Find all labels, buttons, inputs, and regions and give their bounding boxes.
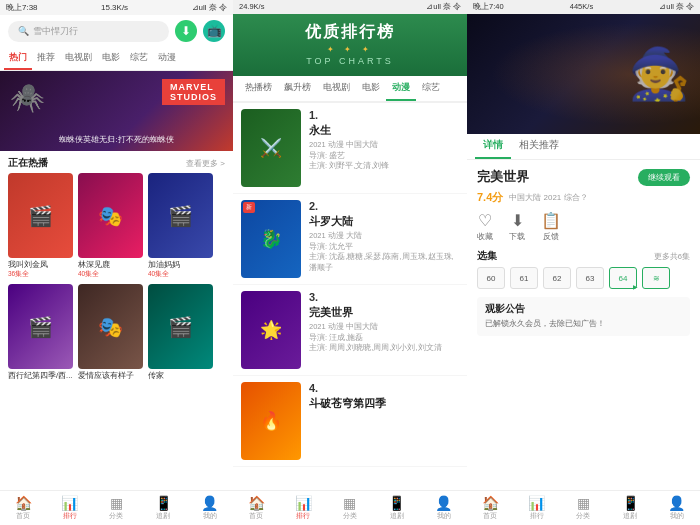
bottom-nav-mid: 🏠 首页 📊 排行 ▦ 分类 📱 追剧 👤 我的 [233,490,467,525]
card-image-3: 🎬 [148,173,213,258]
action-collect-label: 收藏 [477,232,493,242]
bn-rank-mid[interactable]: 📊 排行 [280,491,327,525]
chart-item-1[interactable]: ⚔️ 1. 永生 2021 动漫 中国大陆导演: 盛艺主演: 刘野平,文清,刘锋 [233,103,467,194]
card-thumb-2: 🎭 [78,173,143,258]
home-icon-right: 🏠 [482,495,499,511]
bn-profile-label-left: 我的 [203,512,217,521]
network-right: 445K/s [570,2,593,12]
bn-rank-label-right: 排行 [530,512,544,521]
bn-profile-right[interactable]: 👤 我的 [653,491,700,525]
right-status-bar: 晚上7:40 445K/s ⊿ull 奈 令 [467,0,700,14]
list-item[interactable]: 🎬 加油妈妈 40集全 [148,173,213,279]
mid-network: 24.9K/s [239,2,264,12]
chart-item-2[interactable]: 🐉 新 2. 斗罗大陆 2021 动漫 大陆导演: 沈允平主演: 沈磊,糖糖,采… [233,194,467,285]
bn-home-mid[interactable]: 🏠 首页 [233,491,280,525]
bn-follow-mid[interactable]: 📱 追剧 [373,491,420,525]
action-download[interactable]: ⬇ 下载 [509,211,525,242]
chart-thumb-3: 🌟 [241,291,301,369]
card-grid-2: 🎬 西行纪第四季/西... 🎭 爱情应该有样子 🎬 传家 [0,284,233,386]
left-nav-tabs: 热门 推荐 电视剧 电影 综艺 动漫 [0,47,233,71]
episode-btn-60[interactable]: 60 [477,267,505,289]
chart-item-4[interactable]: 🔥 4. 斗破苍穹第四季 [233,376,467,467]
tab-movie[interactable]: 电影 [97,47,125,70]
heart-icon: ♡ [478,211,492,230]
card-image-2: 🎭 [78,173,143,258]
section-more[interactable]: 查看更多 > [186,158,225,169]
watch-button[interactable]: 继续观看 [638,169,690,186]
chart-name-1: 永生 [309,123,459,138]
cast-icon-btn[interactable]: 📺 [203,20,225,42]
tab-variety-rank[interactable]: 综艺 [416,76,446,101]
card-title-5: 爱情应该有样子 [78,371,143,381]
home-icon: 🏠 [15,495,32,511]
search-icon: 🔍 [18,26,29,36]
episode-btn-61[interactable]: 61 [510,267,538,289]
list-item[interactable]: 🎬 我叫刘金凤 36集全 [8,173,73,279]
episodes-row: 60 61 62 63 64 ≋ [477,267,690,289]
tab-hot[interactable]: 热门 [4,47,32,70]
tab-rising[interactable]: 飙升榜 [278,76,317,101]
chart-info-1: 1. 永生 2021 动漫 中国大陆导演: 盛艺主演: 刘野平,文清,刘锋 [309,109,459,172]
chart-name-3: 完美世界 [309,305,459,320]
chart-list: ⚔️ 1. 永生 2021 动漫 中国大陆导演: 盛艺主演: 刘野平,文清,刘锋… [233,103,467,490]
card-image-4: 🎬 [8,284,73,369]
category-icon: ▦ [110,495,123,511]
tab-anime[interactable]: 动漫 [153,47,181,70]
episodes-more[interactable]: 更多共6集 [654,252,690,262]
download-icon-btn[interactable]: ⬇ [175,20,197,42]
bn-follow-left[interactable]: 📱 追剧 [140,491,187,525]
episode-btn-62[interactable]: 62 [543,267,571,289]
chart-item-3[interactable]: 🌟 3. 完美世界 2021 动漫 中国大陆导演: 汪成,施磊主演: 周周,刘晓… [233,285,467,376]
bn-follow-right[interactable]: 📱 追剧 [607,491,654,525]
follow-icon-mid: 📱 [388,495,405,511]
tab-hot-rank[interactable]: 热播榜 [239,76,278,101]
list-item[interactable]: 🎬 传家 [148,284,213,381]
chart-info-2: 2. 斗罗大陆 2021 动漫 大陆导演: 沈允平主演: 沈磊,糖糖,采瑟,陈南… [309,200,459,273]
chart-rank-4: 4. [309,382,459,394]
list-item[interactable]: 🎭 爱情应该有样子 [78,284,143,381]
profile-icon-right: 👤 [668,495,685,511]
tab-movie-rank[interactable]: 电影 [356,76,386,101]
search-input-wrap[interactable]: 🔍 雪中悍刀行 [8,21,169,42]
bn-cat-label-left: 分类 [109,512,123,521]
list-item[interactable]: 🎬 西行纪第四季/西... [8,284,73,381]
chart-name-2: 斗罗大陆 [309,214,459,229]
bn-rank-right[interactable]: 📊 排行 [514,491,561,525]
episode-btn-64[interactable]: 64 [609,267,637,289]
tab-anime-rank[interactable]: 动漫 [386,76,416,101]
tab-variety[interactable]: 综艺 [125,47,153,70]
bn-cat-left[interactable]: ▦ 分类 [93,491,140,525]
search-placeholder: 雪中悍刀行 [33,25,78,38]
bottom-nav-right: 🏠 首页 📊 排行 ▦ 分类 📱 追剧 👤 我的 [467,490,700,525]
bn-profile-left[interactable]: 👤 我的 [186,491,233,525]
bn-cat-mid[interactable]: ▦ 分类 [327,491,374,525]
action-feedback-label: 反馈 [543,232,559,242]
tab-recommend[interactable]: 推荐 [32,47,60,70]
follow-icon-right: 📱 [622,495,639,511]
bn-home-right[interactable]: 🏠 首页 [467,491,514,525]
tab-detail[interactable]: 详情 [475,134,511,159]
tab-related[interactable]: 相关推荐 [511,134,567,159]
bn-follow-label-mid: 追剧 [390,512,404,521]
tab-tv-rank[interactable]: 电视剧 [317,76,356,101]
mid-header: 优质排行榜 ✦ ✦ ✦ TOP CHARTS [233,14,467,76]
bn-home-left[interactable]: 🏠 首页 [0,491,47,525]
bn-rank-left[interactable]: 📊 排行 [47,491,94,525]
hero-banner[interactable]: 🕷️ MARVELSTUDIOS 蜘蛛侠英雄无归:打不死的蜘蛛侠 [0,71,233,151]
action-feedback[interactable]: 📋 反馈 [541,211,561,242]
action-collect[interactable]: ♡ 收藏 [477,211,493,242]
chart-meta-1: 2021 动漫 中国大陆导演: 盛艺主演: 刘野平,文清,刘锋 [309,140,459,172]
episodes-header: 选集 更多共6集 [477,250,690,263]
tab-tv[interactable]: 电视剧 [60,47,97,70]
card-title-6: 传家 [148,371,213,381]
rating-row: 7.4分 中国大陆 2021 综合？ [477,190,690,205]
bn-cat-label-mid: 分类 [343,512,357,521]
bn-profile-mid[interactable]: 👤 我的 [420,491,467,525]
episode-btn-63[interactable]: 63 [576,267,604,289]
list-item[interactable]: 🎭 林深见鹿 40集全 [78,173,143,279]
bn-home-label-mid: 首页 [249,512,263,521]
episodes-title: 选集 [477,250,497,263]
bn-cat-right[interactable]: ▦ 分类 [560,491,607,525]
bn-profile-label-right: 我的 [670,512,684,521]
announce-box: 观影公告 已解锁永久会员，去除已知广告！ [477,297,690,336]
